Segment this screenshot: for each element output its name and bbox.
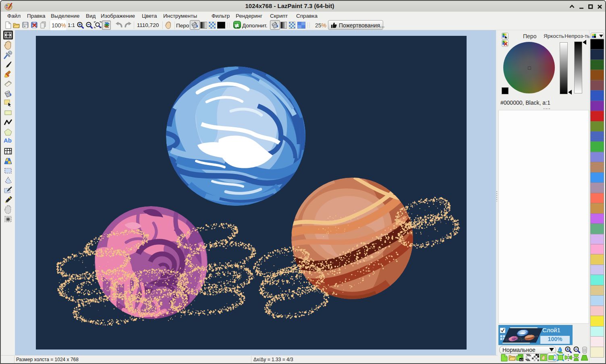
svg-text:x2: x2 xyxy=(520,358,523,362)
